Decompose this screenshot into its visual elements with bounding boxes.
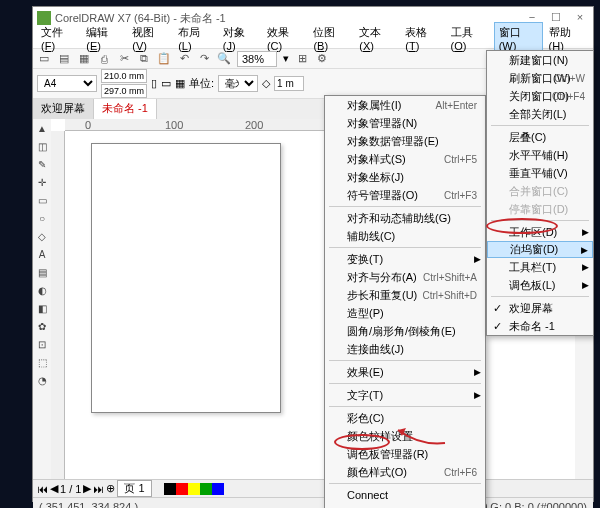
nudge-input[interactable] xyxy=(274,76,304,91)
menu-item[interactable]: 工作区(D)▶ xyxy=(487,223,593,241)
page-shadow xyxy=(91,143,281,413)
menu-3[interactable]: 布局(L) xyxy=(174,23,217,54)
tab-welcome[interactable]: 欢迎屏幕 xyxy=(33,99,94,119)
tool-1[interactable]: ◫ xyxy=(35,141,49,155)
pages-icon[interactable]: ▦ xyxy=(175,77,185,90)
toolbox: ▲◫✎✛▭○◇A▤◐◧✿⊡⬚◔ xyxy=(33,119,51,479)
menu-9[interactable]: 工具(O) xyxy=(447,23,492,54)
tab-document[interactable]: 未命名 -1 xyxy=(94,99,157,119)
undo-icon[interactable]: ↶ xyxy=(177,52,191,66)
page-last-icon[interactable]: ⏭ xyxy=(93,483,104,495)
page-next-icon[interactable]: ▶ xyxy=(83,482,91,495)
page-add-icon[interactable]: ⊕ xyxy=(106,482,115,495)
tool-9[interactable]: ◐ xyxy=(35,285,49,299)
menu-item[interactable]: 关闭窗口(O)Ctrl+F4 xyxy=(487,87,593,105)
menu-item[interactable]: 步长和重复(U)Ctrl+Shift+D xyxy=(325,286,485,304)
menu-2[interactable]: 视图(V) xyxy=(128,23,172,54)
paper-size-select[interactable]: A4 xyxy=(37,75,97,92)
snap-icon[interactable]: ⊞ xyxy=(295,52,309,66)
doc-swatch[interactable] xyxy=(212,483,224,495)
page-prev-icon[interactable]: ◀ xyxy=(50,482,58,495)
tool-10[interactable]: ◧ xyxy=(35,303,49,317)
doc-swatch[interactable] xyxy=(164,483,176,495)
menu-item[interactable]: 颜色样式(O)Ctrl+F6 xyxy=(325,463,485,481)
portrait-icon[interactable]: ▯ xyxy=(151,77,157,90)
menu-item[interactable]: 对象数据管理器(E) xyxy=(325,132,485,150)
menu-item[interactable]: 泊坞窗(D)▶ xyxy=(487,241,593,258)
menu-item[interactable]: 未命名 -1✓ xyxy=(487,317,593,335)
menu-7[interactable]: 文本(X) xyxy=(355,23,399,54)
menu-item[interactable]: 全部关闭(L) xyxy=(487,105,593,123)
units-select[interactable]: 毫米 xyxy=(218,75,258,92)
page-height-input[interactable] xyxy=(101,84,147,98)
menu-item[interactable]: 变换(T)▶ xyxy=(325,250,485,268)
tool-7[interactable]: A xyxy=(35,249,49,263)
cut-icon[interactable]: ✂ xyxy=(117,52,131,66)
doc-swatch[interactable] xyxy=(176,483,188,495)
redo-icon[interactable]: ↷ xyxy=(197,52,211,66)
tool-14[interactable]: ◔ xyxy=(35,375,49,389)
menu-item[interactable]: 文字(T)▶ xyxy=(325,386,485,404)
menu-item[interactable]: 调色板管理器(R) xyxy=(325,445,485,463)
menu-4[interactable]: 对象(J) xyxy=(219,23,261,54)
page-counter: 1 / 1 xyxy=(60,483,81,495)
save-icon[interactable]: ▦ xyxy=(77,52,91,66)
menu-item[interactable]: 刷新窗口(W)Ctrl+W xyxy=(487,69,593,87)
menu-8[interactable]: 表格(T) xyxy=(401,23,444,54)
tool-0[interactable]: ▲ xyxy=(35,123,49,137)
menu-item[interactable]: 对齐和动态辅助线(G) xyxy=(325,209,485,227)
print-icon[interactable]: ⎙ xyxy=(97,52,111,66)
tool-8[interactable]: ▤ xyxy=(35,267,49,281)
doc-swatch[interactable] xyxy=(200,483,212,495)
menu-0[interactable]: 文件(F) xyxy=(37,23,80,54)
menu-item[interactable]: 颜色校样设置 xyxy=(325,427,485,445)
tool-13[interactable]: ⬚ xyxy=(35,357,49,371)
menu-item[interactable]: 欢迎屏幕✓ xyxy=(487,299,593,317)
tool-12[interactable]: ⊡ xyxy=(35,339,49,353)
menu-item: 合并窗口(C) xyxy=(487,182,593,200)
zoom-combo[interactable]: 38% xyxy=(237,51,277,67)
search-icon[interactable]: 🔍 xyxy=(217,52,231,66)
paste-icon[interactable]: 📋 xyxy=(157,52,171,66)
open-icon[interactable]: ▤ xyxy=(57,52,71,66)
options-icon[interactable]: ⚙ xyxy=(315,52,329,66)
menu-item[interactable]: 效果(E)▶ xyxy=(325,363,485,381)
tool-4[interactable]: ▭ xyxy=(35,195,49,209)
menu-item: 停靠窗口(D) xyxy=(487,200,593,218)
menu-item[interactable]: 对齐与分布(A)Ctrl+Shift+A xyxy=(325,268,485,286)
menu-item[interactable]: 辅助线(C) xyxy=(325,227,485,245)
new-icon[interactable]: ▭ xyxy=(37,52,51,66)
menu-1[interactable]: 编辑(E) xyxy=(82,23,126,54)
units-label: 单位: xyxy=(189,76,214,91)
menu-item[interactable]: 层叠(C) xyxy=(487,128,593,146)
page-tab[interactable]: 页 1 xyxy=(117,480,151,497)
menu-item[interactable]: 托盘 xyxy=(325,504,485,508)
page-first-icon[interactable]: ⏮ xyxy=(37,483,48,495)
doc-swatch[interactable] xyxy=(188,483,200,495)
menu-item[interactable]: 连接曲线(J) xyxy=(325,340,485,358)
menu-item[interactable]: Connect xyxy=(325,486,485,504)
landscape-icon[interactable]: ▭ xyxy=(161,77,171,90)
menu-item[interactable]: 新建窗口(N) xyxy=(487,51,593,69)
menu-item[interactable]: 工具栏(T)▶ xyxy=(487,258,593,276)
page-width-input[interactable] xyxy=(101,69,147,83)
menu-item[interactable]: 调色板(L)▶ xyxy=(487,276,593,294)
menu-item[interactable]: 对象属性(I)Alt+Enter xyxy=(325,96,485,114)
copy-icon[interactable]: ⧉ xyxy=(137,52,151,66)
menu-item[interactable]: 彩色(C) xyxy=(325,409,485,427)
menu-item[interactable]: 对象样式(S)Ctrl+F5 xyxy=(325,150,485,168)
menu-item[interactable]: 符号管理器(O)Ctrl+F3 xyxy=(325,186,485,204)
tool-6[interactable]: ◇ xyxy=(35,231,49,245)
menu-item[interactable]: 水平平铺(H) xyxy=(487,146,593,164)
tool-5[interactable]: ○ xyxy=(35,213,49,227)
tool-2[interactable]: ✎ xyxy=(35,159,49,173)
menu-item[interactable]: 对象管理器(N) xyxy=(325,114,485,132)
menu-item[interactable]: 垂直平铺(V) xyxy=(487,164,593,182)
tool-3[interactable]: ✛ xyxy=(35,177,49,191)
menu-item[interactable]: 圆角/扇形角/倒棱角(E) xyxy=(325,322,485,340)
menu-item[interactable]: 造型(P) xyxy=(325,304,485,322)
menu-5[interactable]: 效果(C) xyxy=(263,23,308,54)
tool-11[interactable]: ✿ xyxy=(35,321,49,335)
menu-6[interactable]: 位图(B) xyxy=(309,23,353,54)
menu-item[interactable]: 对象坐标(J) xyxy=(325,168,485,186)
